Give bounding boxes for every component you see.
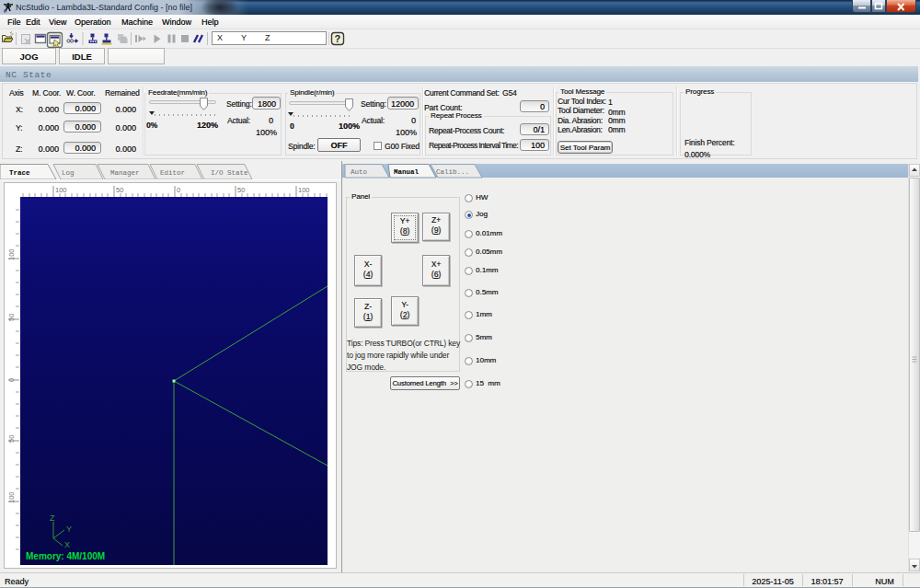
svg-text:50: 50 bbox=[116, 186, 123, 194]
svg-text:Z: Z bbox=[50, 513, 55, 523]
svg-text:100: 100 bbox=[7, 491, 16, 503]
svg-text:100: 100 bbox=[7, 248, 16, 260]
svg-text:Manager: Manager bbox=[110, 169, 140, 177]
svg-text:50: 50 bbox=[7, 435, 16, 443]
svg-text:0: 0 bbox=[177, 186, 180, 194]
svg-text:100: 100 bbox=[55, 186, 67, 194]
svg-text:50: 50 bbox=[7, 314, 16, 321]
svg-text:Trace: Trace bbox=[9, 169, 30, 177]
svg-text:100: 100 bbox=[298, 186, 310, 194]
svg-text:Log: Log bbox=[62, 169, 75, 177]
svg-text:?: ? bbox=[335, 33, 341, 44]
svg-text:Y: Y bbox=[66, 525, 72, 534]
svg-text:50: 50 bbox=[237, 186, 245, 194]
svg-text:0: 0 bbox=[7, 378, 16, 382]
svg-text:Auto: Auto bbox=[351, 168, 368, 176]
svg-text:Memory: 4M/100M: Memory: 4M/100M bbox=[26, 551, 105, 561]
svg-text:Editor: Editor bbox=[160, 169, 185, 177]
svg-text:I/O State: I/O State bbox=[211, 169, 248, 177]
svg-text:Calib...: Calib... bbox=[436, 168, 469, 176]
svg-text:X: X bbox=[64, 540, 70, 549]
svg-text:Manual: Manual bbox=[394, 168, 420, 176]
